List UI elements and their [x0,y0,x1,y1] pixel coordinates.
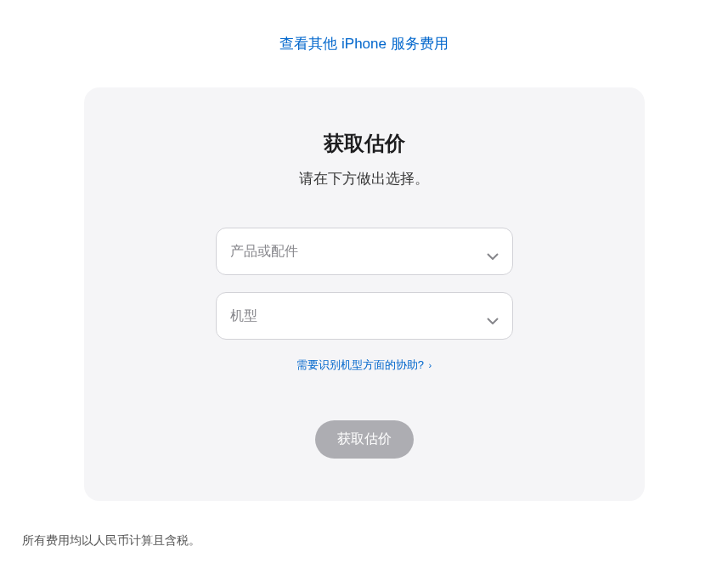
footer-notes: 所有费用均以人民币计算且含税。 截至 2023 年 2 月底, 保外电池服务的费… [12,526,717,563]
help-link-label: 需要识别机型方面的协助? [296,358,424,371]
model-select-wrapper: 机型 [216,292,513,340]
chevron-right-icon: › [429,360,432,370]
page-container: 查看其他 iPhone 服务费用 获取估价 请在下方做出选择。 产品或配件 机型 [0,0,728,563]
identify-model-help-link[interactable]: 需要识别机型方面的协助? › [296,358,432,371]
other-services-link[interactable]: 查看其他 iPhone 服务费用 [279,36,448,52]
product-select-wrapper: 产品或配件 [216,228,513,275]
top-link-wrapper: 查看其他 iPhone 服务费用 [0,34,728,53]
card-subtitle: 请在下方做出选择。 [135,169,594,189]
footer-line-2: 截至 2023 年 2 月底, 保外电池服务的费用都将按照当前的价格收取。从 2… [22,555,707,563]
card-title: 获取估价 [135,130,594,157]
get-estimate-button[interactable]: 获取估价 [315,420,414,459]
model-select[interactable]: 机型 [216,292,513,340]
product-select[interactable]: 产品或配件 [216,228,513,275]
product-select-placeholder: 产品或配件 [230,243,298,261]
estimate-card: 获取估价 请在下方做出选择。 产品或配件 机型 需要识别机型方面的协助? › [84,87,645,501]
chevron-down-icon [487,312,499,319]
chevron-down-icon [487,248,499,255]
footer-line-1: 所有费用均以人民币计算且含税。 [22,526,707,554]
model-select-placeholder: 机型 [230,307,257,325]
help-link-wrapper: 需要识别机型方面的协助? › [135,357,594,373]
